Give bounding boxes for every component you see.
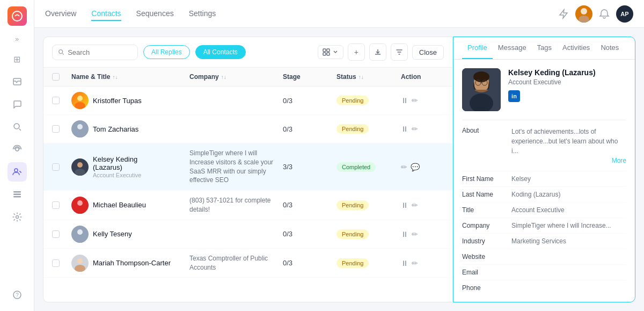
app-logo[interactable] (8, 6, 27, 26)
contacts-table: Kristoffer Tupas 0/3 Pending ⏸ ✏ (43, 86, 452, 302)
pause-icon[interactable]: ⏸ (401, 201, 408, 209)
pause-icon[interactable]: ⏸ (401, 125, 408, 133)
chat-icon[interactable]: 💬 (411, 163, 420, 171)
contacts-panel: All Replies All Contacts + Close (43, 37, 453, 302)
avatar (71, 255, 89, 272)
row-checkbox[interactable] (52, 163, 71, 171)
svg-point-25 (75, 207, 85, 214)
edit-icon[interactable]: ✏ (412, 125, 418, 133)
tab-tags[interactable]: Tags (532, 37, 557, 59)
pause-icon[interactable]: ⏸ (401, 230, 408, 238)
contact-company: Texas Comptroller of Public Accounts (189, 254, 283, 272)
sidebar-search-icon[interactable] (8, 117, 27, 136)
pause-icon[interactable]: ⏸ (401, 259, 408, 267)
svg-point-8 (16, 216, 18, 219)
nav-sequences[interactable]: Sequences (136, 7, 174, 21)
tab-activities[interactable]: Activities (557, 37, 595, 59)
avatar (71, 120, 89, 138)
ap-avatar[interactable]: AP (616, 5, 633, 23)
sidebar-settings-icon[interactable] (8, 207, 27, 227)
contact-name: Kristoffer Tupas (93, 97, 142, 105)
sidebar-chat-icon[interactable] (8, 95, 27, 114)
table-row[interactable]: Kelly Teseny 0/3 Pending ⏸ ✏ (43, 220, 452, 249)
field-label: Last Name (462, 191, 505, 198)
all-contacts-filter[interactable]: All Contacts (195, 45, 246, 59)
filter-btn[interactable] (391, 44, 408, 61)
row-checkbox[interactable] (52, 201, 71, 209)
pause-icon[interactable]: ⏸ (401, 96, 408, 105)
table-row[interactable]: Michael Beaulieu (803) 537-1021 for comp… (43, 191, 452, 220)
profile-name: Kelsey Keding (Lazarus) (508, 68, 596, 77)
contact-status: Pending (336, 96, 401, 105)
field-label: Industry (462, 237, 505, 245)
select-all-checkbox[interactable] (52, 73, 60, 81)
user-avatar[interactable] (575, 5, 592, 23)
add-column-btn[interactable]: + (348, 44, 365, 61)
tab-profile[interactable]: Profile (462, 37, 493, 59)
contact-stage: 0/3 (283, 125, 336, 133)
field-row-email: Email (462, 264, 626, 280)
name-title-header[interactable]: Name & Title ↑↓ (71, 73, 189, 81)
contact-name: Michael Beaulieu (93, 201, 146, 209)
svg-point-24 (77, 200, 83, 206)
svg-point-29 (75, 265, 85, 272)
all-replies-filter[interactable]: All Replies (143, 45, 190, 59)
table-row[interactable]: Mariah Thompson-Carter Texas Comptroller… (43, 249, 452, 278)
sort-icon: ↑↓ (112, 74, 118, 80)
contact-actions: ⏸ ✏ (401, 125, 444, 133)
svg-point-3 (16, 148, 19, 151)
company-sort-icon: ↑↓ (221, 74, 226, 80)
svg-rect-17 (327, 53, 330, 55)
edit-icon[interactable]: ✏ (412, 201, 418, 209)
search-input[interactable] (68, 48, 132, 56)
contact-actions: ⏸ ✏ (401, 201, 444, 209)
field-row-title: Title Account Executive (462, 202, 626, 218)
tab-notes[interactable]: Notes (595, 37, 624, 59)
grid-view-btn[interactable] (318, 45, 343, 59)
edit-icon[interactable]: ✏ (412, 96, 418, 105)
more-link[interactable]: More (511, 157, 626, 164)
company-header[interactable]: Company ↑↓ (189, 73, 283, 81)
edit-icon[interactable]: ✏ (401, 163, 407, 171)
sidebar-broadcast-icon[interactable] (8, 140, 27, 159)
sidebar-contacts-icon[interactable] (8, 162, 27, 182)
edit-icon[interactable]: ✏ (412, 259, 418, 267)
table-row[interactable]: Kristoffer Tupas 0/3 Pending ⏸ ✏ (43, 86, 452, 115)
svg-rect-7 (13, 196, 21, 198)
sidebar-help-icon[interactable]: ? (8, 285, 27, 305)
field-label: Title (462, 206, 505, 214)
sidebar-expand-btn[interactable]: » (12, 33, 23, 44)
row-checkbox[interactable] (52, 97, 71, 104)
svg-point-0 (12, 11, 22, 21)
contact-status: Pending (336, 200, 401, 210)
bell-icon[interactable] (599, 9, 610, 19)
row-checkbox[interactable] (52, 259, 71, 267)
nav-overview[interactable]: Overview (45, 7, 76, 21)
nav-settings[interactable]: Settings (189, 7, 216, 21)
profile-info: Kelsey Keding (Lazarus) Account Executiv… (508, 68, 596, 102)
search-box[interactable] (52, 45, 138, 60)
linkedin-btn[interactable]: in (508, 90, 520, 102)
toolbar-right: + Close (318, 44, 444, 61)
close-button[interactable]: Close (412, 45, 444, 60)
sidebar-grid-icon[interactable]: ⊞ (8, 49, 27, 69)
contact-name-cell: Kristoffer Tupas (71, 92, 189, 109)
main-content: Overview Contacts Sequences Settings AP … (34, 0, 644, 311)
checkbox-col (52, 73, 71, 81)
avatar (71, 197, 89, 214)
avatar (71, 226, 89, 243)
status-header[interactable]: Status ↑↓ (336, 73, 401, 81)
tab-message[interactable]: Message (493, 37, 532, 59)
row-checkbox[interactable] (52, 125, 71, 133)
download-btn[interactable] (369, 44, 386, 61)
row-checkbox[interactable] (52, 230, 71, 238)
search-icon (58, 48, 64, 56)
table-row[interactable]: Kelsey Keding(Lazarus) Account Executive… (43, 143, 452, 191)
table-row[interactable]: Tom Zacharias 0/3 Pending ⏸ ✏ (43, 115, 452, 143)
field-row-company: Company SimpleTiger where I will Increas… (462, 218, 626, 233)
nav-contacts[interactable]: Contacts (91, 7, 121, 21)
sidebar-list-icon[interactable] (8, 185, 27, 204)
edit-icon[interactable]: ✏ (412, 230, 418, 238)
sidebar-inbox-icon[interactable] (8, 72, 27, 91)
contact-name: Mariah Thompson-Carter (93, 259, 171, 267)
